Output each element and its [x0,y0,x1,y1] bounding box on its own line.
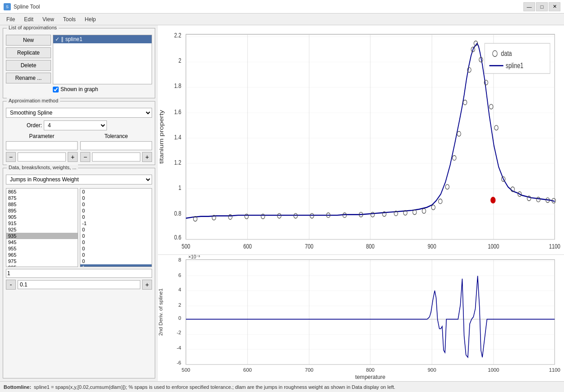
menu-view[interactable]: View [39,15,58,23]
rdata-item-m1[interactable]: -1 [80,220,152,226]
close-button[interactable]: ✕ [549,2,560,11]
data-item-885[interactable]: 885 [6,201,78,208]
shown-in-graph-checkbox[interactable] [53,87,59,92]
replicate-button[interactable]: Replicate [6,47,51,58]
title-bar-left: S Spline Tool [4,3,40,10]
new-button[interactable]: New [6,35,51,46]
shown-in-graph-text: Shown in graph [60,86,98,92]
menu-file[interactable]: File [3,15,18,23]
rdata-item-0-5[interactable]: 0 [80,214,152,220]
svg-text:2: 2 [178,56,181,64]
approximations-list[interactable]: ✓ ∥ spline1 [53,35,152,84]
tolerance-input[interactable]: 0.02 [80,141,152,150]
svg-text:700: 700 [305,242,314,250]
data-item-925[interactable]: 925 [6,226,78,233]
status-label: Bottomline: [4,384,31,390]
svg-text:2.2: 2.2 [174,31,181,39]
data-table-area: 865 875 885 895 905 915 925 935 945 955 … [6,188,152,267]
tol-stepper: − 0.002 + [80,152,152,162]
right-data-list[interactable]: 0 0 0 0 0 -1 0 0 0 0 0 0 1 [80,188,152,267]
tol-decrement-button[interactable]: − [80,152,90,162]
data-item-975[interactable]: 975 [6,258,78,264]
svg-text:temperature: temperature [355,374,385,380]
title-bar: S Spline Tool — □ ✕ [0,0,564,14]
rdata-item-0-3[interactable]: 0 [80,201,152,208]
edit-step-input[interactable] [18,280,140,289]
rdata-item-0-11[interactable]: 0 [80,258,152,264]
svg-text:800: 800 [366,367,374,373]
rdata-item-0-10[interactable]: 0 [80,252,152,258]
maximize-button[interactable]: □ [536,2,548,11]
data-item-955[interactable]: 955 [6,245,78,252]
data-item-965[interactable]: 965 [6,252,78,258]
approximations-title: List of approximations [7,25,59,30]
svg-text:700: 700 [305,367,314,373]
rdata-item-1[interactable]: 1 [80,264,152,267]
svg-text:1000: 1000 [488,367,499,373]
data-item-985[interactable]: 985 [6,264,78,267]
tol-increment-button[interactable]: + [142,152,152,162]
svg-text:500: 500 [182,367,190,373]
svg-text:600: 600 [243,367,252,373]
tol-step-input[interactable]: 0.002 [92,152,140,161]
data-item-895[interactable]: 895 [6,208,78,214]
rdata-item-0-6[interactable]: 0 [80,226,152,233]
data-item-945[interactable]: 945 [6,239,78,245]
bottom-chart[interactable]: 8 6 4 2 0 -2 -4 -6 ×10⁻³ [158,255,564,381]
parameter-input[interactable]: 0.00018552 [6,141,78,150]
rdata-item-0-7[interactable]: 0 [80,233,152,239]
rdata-item-0-1[interactable]: 0 [80,189,152,195]
edit-value-display: 1 [6,269,152,278]
svg-text:1.8: 1.8 [174,82,181,90]
menu-tools[interactable]: Tools [60,15,79,23]
top-chart-svg: 2.2 2 1.8 1.6 1.4 1.2 1 0.8 0.6 [158,25,564,254]
svg-text:-4: -4 [177,345,182,350]
method-select[interactable]: Smoothing Spline Least Squares Interpola… [6,108,152,118]
svg-text:data: data [501,50,512,58]
edit-increment-button[interactable]: + [142,280,152,290]
rename-button[interactable]: Rename ... [6,73,51,83]
rdata-item-0-9[interactable]: 0 [80,245,152,252]
svg-text:titanium property: titanium property [158,110,165,164]
data-item-935[interactable]: 935 [6,233,78,239]
order-row: Order: 2 3 4 5 [6,120,152,130]
param-tol-steppers: − 2e-05 + − 0.002 + [6,152,152,162]
data-type-select[interactable]: Jumps in Roughness Weight Data Breaks/Kn… [6,175,152,184]
rdata-item-0-2[interactable]: 0 [80,195,152,201]
order-select[interactable]: 2 3 4 5 [44,120,107,130]
parameter-header: Parameter [6,133,78,139]
list-item-spline1[interactable]: ✓ ∥ spline1 [53,35,152,43]
data-item-865[interactable]: 865 [6,189,78,195]
param-step-input[interactable]: 2e-05 [18,152,66,161]
edit-decrement-button[interactable]: - [6,280,16,290]
menu-help[interactable]: Help [81,15,100,23]
param-increment-button[interactable]: + [68,152,78,162]
svg-text:900: 900 [428,242,436,250]
param-stepper: − 2e-05 + [6,152,78,162]
top-chart[interactable]: 2.2 2 1.8 1.6 1.4 1.2 1 0.8 0.6 [158,25,564,255]
data-item-915[interactable]: 915 [6,220,78,226]
rdata-item-0-4[interactable]: 0 [80,208,152,214]
svg-text:×10⁻³: ×10⁻³ [188,255,200,259]
svg-text:2: 2 [178,302,181,308]
svg-text:8: 8 [178,257,181,263]
data-item-875[interactable]: 875 [6,195,78,201]
rdata-item-0-8[interactable]: 0 [80,239,152,245]
method-select-row: Smoothing Spline Least Squares Interpola… [6,108,152,118]
order-label: Order: [6,122,42,129]
shown-in-graph-label[interactable]: Shown in graph [53,86,152,92]
svg-text:0: 0 [178,315,181,321]
svg-text:600: 600 [243,242,252,250]
status-text: spline1 = spaps(x,y,[0.02,cumsum(dlam)])… [34,384,395,390]
svg-text:1.2: 1.2 [174,158,181,166]
param-decrement-button[interactable]: − [6,152,16,162]
svg-text:800: 800 [366,242,374,250]
approx-method-group: Approximation method Smoothing Spline Le… [3,101,155,165]
minimize-button[interactable]: — [523,2,535,11]
delete-button[interactable]: Delete [6,60,51,71]
svg-text:0.6: 0.6 [174,233,181,241]
left-data-list[interactable]: 865 875 885 895 905 915 925 935 945 955 … [6,188,78,267]
menu-edit[interactable]: Edit [20,15,37,23]
svg-text:1100: 1100 [549,242,560,250]
data-item-905[interactable]: 905 [6,214,78,220]
